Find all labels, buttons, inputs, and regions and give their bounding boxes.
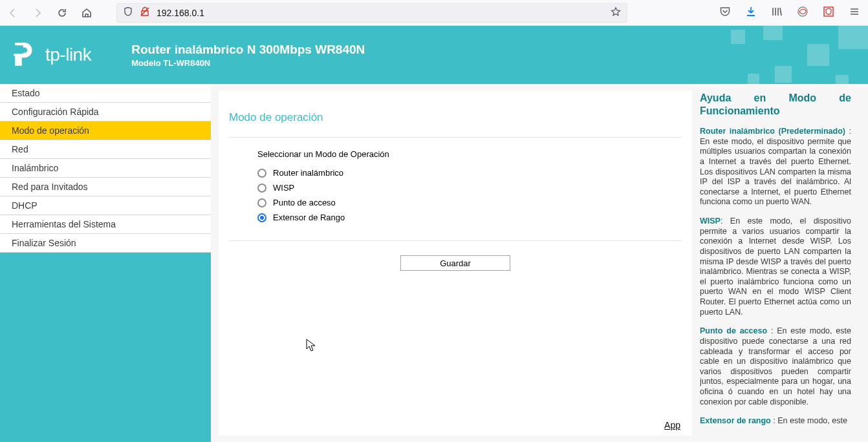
- app-body: Estado Configuración Rápida Modo de oper…: [0, 84, 868, 442]
- browser-chrome: 192.168.0.1: [0, 0, 868, 26]
- app-header: tp-link Router inalámbrico N 300Mbps WR8…: [0, 26, 868, 84]
- app-subtitle: Modelo TL-WR840N: [131, 58, 365, 68]
- help-paragraph: Punto de acceso : En este modo, este dis…: [700, 326, 851, 407]
- content-panel: Modo de operación Seleccionar un Modo de…: [219, 90, 692, 436]
- radio-icon: [257, 198, 266, 207]
- sidebar: Estado Configuración Rápida Modo de oper…: [0, 84, 211, 442]
- radio-icon: [257, 184, 266, 193]
- url-bar[interactable]: 192.168.0.1: [116, 3, 627, 23]
- forward-icon[interactable]: [32, 8, 43, 18]
- main-area: Modo de operación Seleccionar un Modo de…: [211, 84, 868, 442]
- help-body: : En este modo, el dispositivo permite a…: [700, 216, 851, 317]
- shield-box-icon[interactable]: [823, 6, 834, 20]
- hamburger-icon[interactable]: [849, 6, 860, 20]
- sidebar-item-label: Red para Invitados: [12, 182, 88, 192]
- help-paragraph: WISP: En este modo, el dispositivo permi…: [700, 216, 851, 317]
- sidebar-item-label: Configuración Rápida: [12, 107, 99, 117]
- help-lead: WISP: [700, 216, 721, 226]
- browser-right-icons: [719, 6, 860, 20]
- sidebar-item-label: Estado: [12, 88, 40, 98]
- app-link[interactable]: App: [664, 420, 680, 430]
- help-body: : En este modo, este dispositivo puede c…: [700, 326, 851, 406]
- operation-mode-form: Seleccionar un Modo de Operación Router …: [229, 138, 682, 241]
- sidebar-item-label: Finalizar Sesión: [12, 238, 76, 248]
- reload-icon[interactable]: [57, 8, 67, 18]
- shield-icon[interactable]: [123, 6, 133, 19]
- sidebar-item-system-tools[interactable]: Herramientas del Sistema: [0, 215, 211, 234]
- sidebar-item-dhcp[interactable]: DHCP: [0, 196, 211, 215]
- header-decoration: [674, 26, 868, 84]
- brand-logo: tp-link: [12, 41, 91, 68]
- download-icon[interactable]: [745, 6, 757, 20]
- help-body: : En este modo, el dispositivo permite q…: [700, 127, 851, 206]
- pocket-icon[interactable]: [719, 6, 731, 20]
- sidebar-item-label: Modo de operación: [12, 125, 89, 136]
- radio-label: Extensor de Rango: [273, 213, 345, 222]
- radio-range-extender[interactable]: Extensor de Rango: [257, 210, 682, 225]
- nav-buttons: [8, 8, 92, 18]
- back-icon[interactable]: [8, 8, 18, 18]
- sidebar-item-label: Inalámbrico: [12, 163, 58, 173]
- svg-line-0: [141, 8, 149, 16]
- url-text: 192.168.0.1: [157, 8, 604, 18]
- sidebar-item-operation-mode[interactable]: Modo de operación: [0, 121, 211, 140]
- form-legend: Seleccionar un Modo de Operación: [257, 149, 682, 159]
- sidebar-item-label: Red: [12, 144, 28, 154]
- home-icon[interactable]: [81, 8, 92, 18]
- app-title: Router inalámbrico N 300Mbps WR840N: [131, 43, 365, 57]
- lock-insecure-icon[interactable]: [140, 6, 150, 19]
- help-body: : En este modo, este: [771, 416, 847, 425]
- radio-label: Router inalámbrico: [273, 168, 343, 178]
- help-panel: Ayuda en Modo de Funcionamiento Router i…: [700, 84, 860, 442]
- tplink-logo-icon: [12, 41, 39, 68]
- sidebar-item-network[interactable]: Red: [0, 140, 211, 159]
- radio-access-point[interactable]: Punto de acceso: [257, 195, 682, 210]
- brand-text: tp-link: [45, 45, 91, 65]
- help-lead: Router inalámbrico (Predeterminado): [700, 127, 845, 136]
- extension-icon[interactable]: [797, 6, 808, 20]
- bookmark-star-icon[interactable]: [611, 6, 621, 19]
- sidebar-item-guest-network[interactable]: Red para Invitados: [0, 178, 211, 196]
- help-lead: Punto de acceso: [700, 326, 767, 335]
- sidebar-item-status[interactable]: Estado: [0, 84, 211, 103]
- save-button[interactable]: Guardar: [400, 255, 510, 271]
- help-heading: Ayuda en Modo de Funcionamiento: [700, 92, 851, 118]
- sidebar-item-quicksetup[interactable]: Configuración Rápida: [0, 103, 211, 121]
- sidebar-item-logout[interactable]: Finalizar Sesión: [0, 234, 211, 253]
- radio-label: WISP: [273, 183, 294, 193]
- page-heading: Modo de operación: [229, 111, 682, 138]
- radio-wireless-router[interactable]: Router inalámbrico: [257, 165, 682, 180]
- radio-icon: [257, 213, 266, 222]
- sidebar-item-label: DHCP: [12, 200, 38, 211]
- sidebar-item-wireless[interactable]: Inalámbrico: [0, 159, 211, 178]
- radio-icon: [257, 169, 266, 178]
- radio-label: Punto de acceso: [273, 198, 336, 207]
- sidebar-item-label: Herramientas del Sistema: [12, 219, 116, 229]
- library-icon[interactable]: [771, 6, 783, 20]
- help-lead: Extensor de rango: [700, 416, 771, 425]
- help-paragraph: Extensor de rango : En este modo, este: [700, 416, 851, 426]
- help-paragraph: Router inalámbrico (Predeterminado) : En…: [700, 127, 851, 207]
- radio-wisp[interactable]: WISP: [257, 180, 682, 195]
